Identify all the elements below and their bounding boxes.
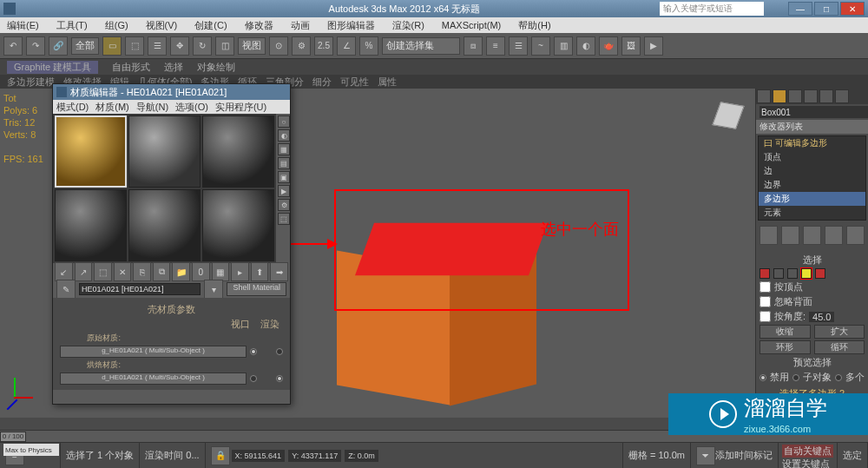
stack-remove-icon[interactable] — [825, 226, 843, 245]
stack-show-end-icon[interactable] — [781, 226, 799, 245]
subtab-vis[interactable]: 可见性 — [340, 76, 369, 89]
mat-name-dropdown-icon[interactable]: ▾ — [204, 280, 223, 299]
curve-editor-button[interactable]: ~ — [531, 36, 550, 56]
menu-help[interactable]: 帮助(H) — [515, 19, 554, 32]
material-editor-button[interactable]: ◐ — [576, 36, 595, 56]
mat-reset-icon[interactable]: ✕ — [114, 262, 132, 281]
ribbon-tab-selection[interactable]: 选择 — [164, 61, 183, 74]
menu-graph-editors[interactable]: 图形编辑器 — [324, 19, 378, 32]
selection-filter-dropdown[interactable]: 全部 — [71, 37, 99, 55]
mat-show-end-icon[interactable]: ▸ — [231, 262, 249, 281]
ribbon-tab-freeform[interactable]: 自由形式 — [112, 61, 150, 74]
mat-effects-icon[interactable]: 0 — [192, 262, 210, 281]
minimize-button[interactable]: — — [788, 2, 812, 16]
select-name-button[interactable]: ☰ — [148, 36, 167, 56]
link-button[interactable]: 🔗 — [49, 36, 68, 56]
modifier-stack[interactable]: 曰 可编辑多边形 顶点 边 边界 多边形 元素 — [758, 135, 866, 221]
ignore-backface-checkbox[interactable] — [760, 296, 771, 307]
orig-material-button[interactable]: g_HE01A021 ( Multi/Sub-Object ) — [60, 346, 247, 358]
tab-utilities[interactable] — [835, 89, 849, 103]
preview-subobj-radio[interactable] — [792, 374, 799, 381]
menu-edit[interactable]: 编辑(E) — [3, 19, 43, 32]
mat-type-button[interactable]: Shell Material — [227, 282, 286, 296]
loop-button[interactable]: 循环 — [814, 340, 865, 354]
mat-make-unique-icon[interactable]: ⧉ — [153, 262, 171, 281]
max-to-physics-button[interactable]: Max to Physics — [3, 444, 59, 456]
render-button[interactable]: ▶ — [644, 36, 663, 56]
coord-y[interactable]: Y: 43371.117 — [288, 450, 341, 462]
align-button[interactable]: ≡ — [486, 36, 505, 56]
menu-tools[interactable]: 工具(T) — [53, 19, 91, 32]
subobj-polygon-icon[interactable] — [801, 268, 812, 279]
menu-animation[interactable]: 动画 — [287, 19, 313, 32]
menu-group[interactable]: 组(G) — [102, 19, 132, 32]
ring-button[interactable]: 环形 — [760, 340, 811, 354]
subobj-edge-icon[interactable] — [773, 268, 784, 279]
mat-nav-parent-icon[interactable]: ⬆ — [251, 262, 269, 281]
maximize-button[interactable]: □ — [814, 2, 838, 16]
undo-button[interactable]: ↶ — [3, 36, 23, 56]
help-search[interactable]: 输入关键字或短语 — [660, 2, 764, 16]
subobj-vertex-icon[interactable] — [760, 268, 770, 279]
stack-element[interactable]: 元素 — [759, 206, 865, 220]
redo-button[interactable]: ↷ — [26, 36, 45, 56]
object-name-field[interactable] — [760, 106, 868, 118]
mat-slot-4[interactable] — [55, 189, 127, 261]
grow-button[interactable]: 扩大 — [814, 325, 865, 339]
render-frame-button[interactable]: 🖼 — [621, 36, 641, 56]
select-button[interactable]: ▭ — [102, 36, 122, 56]
shrink-button[interactable]: 收缩 — [760, 325, 811, 339]
subtab-props[interactable]: 属性 — [378, 76, 397, 89]
mat-video-check-icon[interactable]: ▣ — [278, 171, 290, 183]
stack-edge[interactable]: 边 — [759, 164, 865, 178]
mat-slot-2[interactable] — [128, 115, 201, 188]
ribbon-tab-paint[interactable]: 对象绘制 — [197, 61, 235, 74]
mat-menu-material[interactable]: 材质(M) — [95, 101, 129, 114]
preview-off-radio[interactable] — [760, 374, 766, 381]
stack-root[interactable]: 曰 可编辑多边形 — [759, 136, 865, 150]
preview-multi-radio[interactable] — [835, 374, 842, 381]
rotate-button[interactable]: ↻ — [193, 36, 212, 56]
baked-material-button[interactable]: d_HE01A021 ( Multi/Sub-Object ) — [60, 372, 247, 385]
mat-slot-6[interactable] — [202, 189, 274, 261]
pivot-button[interactable]: ⊙ — [269, 36, 288, 56]
mat-get-icon[interactable]: ↙ — [55, 262, 73, 281]
move-button[interactable]: ✥ — [170, 36, 189, 56]
subtab-subdiv[interactable]: 细分 — [312, 76, 332, 89]
menu-rendering[interactable]: 渲染(R) — [389, 19, 428, 32]
mat-put-icon[interactable]: ↗ — [75, 262, 93, 281]
tab-display[interactable] — [819, 89, 833, 103]
stack-border[interactable]: 边界 — [759, 178, 865, 192]
orig-render-radio[interactable] — [276, 348, 283, 355]
by-vertex-checkbox[interactable] — [760, 281, 771, 293]
timeline-slider[interactable]: 0 / 100 — [0, 432, 26, 442]
mat-select-by-icon[interactable]: ⬚ — [278, 213, 290, 225]
angle-value[interactable]: 45.0 — [809, 312, 834, 322]
mat-menu-mode[interactable]: 模式(D) — [56, 101, 89, 114]
close-button[interactable]: ✕ — [840, 2, 865, 16]
mat-put-library-icon[interactable]: 📁 — [172, 262, 190, 281]
mat-slot-3[interactable] — [202, 115, 274, 188]
stack-polygon[interactable]: 多边形 — [759, 192, 865, 206]
stack-unique-icon[interactable] — [803, 226, 821, 245]
select-object-button[interactable]: ⬚ — [125, 36, 144, 56]
angle-snap-button[interactable]: ∠ — [337, 36, 356, 56]
mat-nav-sibling-icon[interactable]: ➡ — [270, 262, 288, 281]
scale-button[interactable]: ◫ — [215, 36, 234, 56]
viewcube[interactable] — [707, 94, 750, 137]
percent-snap-button[interactable]: % — [359, 36, 378, 56]
schematic-button[interactable]: ▥ — [554, 36, 573, 56]
menu-modifiers[interactable]: 修改器 — [241, 19, 277, 32]
render-setup-button[interactable]: 🫖 — [599, 36, 618, 56]
mat-menu-navigate[interactable]: 导航(N) — [136, 101, 168, 114]
menu-create[interactable]: 创建(C) — [191, 19, 230, 32]
stack-config-icon[interactable] — [846, 226, 865, 245]
baked-render-radio[interactable] — [276, 375, 283, 382]
lock-icon[interactable]: 🔒 — [211, 446, 230, 465]
mat-menu-utilities[interactable]: 实用程序(U) — [215, 101, 266, 114]
ref-coord-dropdown[interactable]: 视图 — [238, 37, 266, 55]
stack-vertex[interactable]: 顶点 — [759, 150, 865, 164]
time-tag-icon[interactable]: ⏷ — [696, 446, 715, 465]
ribbon-tab-modeling[interactable]: Graphite 建模工具 — [7, 61, 98, 74]
mat-show-map-icon[interactable]: ▦ — [212, 262, 230, 281]
